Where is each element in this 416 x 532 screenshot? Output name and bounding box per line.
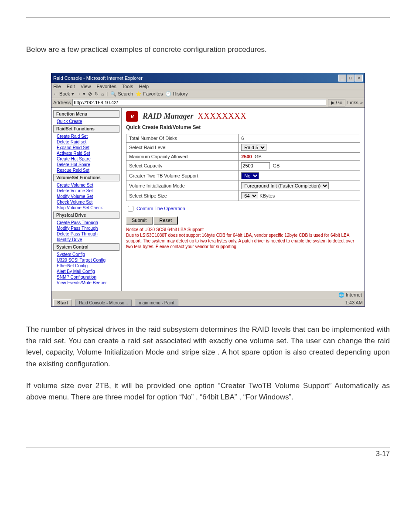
address-label: Address — [53, 100, 71, 105]
favorites-button[interactable]: ⭐ Favorites — [136, 91, 163, 97]
body-paragraph-1: The number of physical drives in the rai… — [26, 324, 390, 370]
sidebar-u320-config[interactable]: U320 SCSI Target Config — [51, 257, 121, 263]
brand-text: RAID Manager — [143, 112, 194, 121]
max-cap-unit: GB — [255, 154, 262, 159]
max-cap-value: 2500 — [241, 154, 252, 159]
confirm-checkbox[interactable] — [128, 206, 133, 211]
sidebar-create-raid-set[interactable]: Create Raid Set — [51, 133, 121, 139]
go-button[interactable]: ▶ Go — [328, 99, 345, 106]
body-paragraph-2: If volume size over 2TB, it will be prov… — [26, 380, 390, 403]
menu-file[interactable]: File — [53, 84, 61, 89]
notice-title: Notice of U320 SCSI 64bit LBA Support: — [126, 227, 204, 232]
stripe-label: Select Stripe Size — [126, 191, 239, 201]
addressbar: Address ▶ Go Links » — [51, 98, 365, 108]
sidebar: Function Menu Quick Create RaidSet Funct… — [51, 108, 122, 291]
function-menu-header: Function Menu — [53, 110, 119, 118]
stop-icon[interactable]: ⊘ — [88, 91, 92, 97]
search-button[interactable]: 🔍 Search — [110, 91, 133, 97]
sidebar-create-hot-spare[interactable]: Create Hot Spare — [51, 156, 121, 162]
sidebar-stop-volume-check[interactable]: Stop Volume Set Check — [51, 205, 121, 211]
menubar: File Edit View Favorites Tools Help — [51, 83, 365, 90]
page-footer: 3-17 — [26, 447, 390, 458]
top-rule — [26, 17, 390, 18]
close-button[interactable]: × — [355, 75, 363, 82]
sidebar-rescue-raid-set[interactable]: Rescue Raid Set — [51, 167, 121, 173]
total-disks-label: Total Number Of Disks — [126, 134, 239, 142]
screenshot-container: Raid Console - Microsoft Internet Explor… — [51, 73, 365, 307]
physical-drive-header: Physical Drive — [53, 211, 119, 219]
taskbar: Start Raid Console - Microso... main men… — [51, 299, 365, 306]
sidebar-delete-raid-set[interactable]: Delete Raid set — [51, 139, 121, 145]
submit-button[interactable]: Submit — [126, 216, 152, 224]
address-input[interactable] — [72, 99, 326, 106]
sel-cap-input[interactable] — [241, 162, 270, 169]
notice-block: Notice of U320 SCSI 64bit LBA Support: D… — [126, 227, 360, 249]
menu-help[interactable]: Help — [139, 84, 149, 89]
sel-cap-unit: GB — [273, 163, 280, 168]
status-zone: Internet — [346, 292, 362, 297]
sidebar-delete-pass-through[interactable]: Delete Pass Through — [51, 231, 121, 237]
go-label: Go — [336, 100, 343, 105]
raid-level-label: Select Raid Level — [126, 142, 239, 152]
brand-name: RAID — [143, 112, 164, 120]
sidebar-modify-pass-through[interactable]: Modify Pass Through — [51, 225, 121, 231]
window-title: Raid Console - Microsoft Internet Explor… — [53, 75, 143, 81]
raid-level-select[interactable]: Raid 5 — [241, 144, 266, 151]
sidebar-delete-volume-set[interactable]: Delete Volume Set — [51, 188, 121, 194]
task-raid-console[interactable]: Raid Console - Microso... — [75, 300, 132, 306]
confirm-label: Confirm The Operation — [136, 206, 185, 211]
intro-paragraph: Below are a few practical examples of co… — [26, 44, 390, 55]
brand-row: R RAID Manager XXXXXXXX — [126, 111, 360, 122]
taskbar-clock: 1:43 AM — [345, 300, 363, 305]
max-cap-label: Maximum Capacity Allowed — [126, 152, 239, 160]
back-button[interactable]: ← Back ▾ — [53, 91, 74, 97]
sidebar-alert-mail-config[interactable]: Alert By Mail Config — [51, 269, 121, 274]
sidebar-snmp-config[interactable]: SNMP Configuration — [51, 274, 121, 280]
confirm-row: Confirm The Operation — [126, 205, 360, 213]
forward-button[interactable]: → ▾ — [77, 91, 85, 97]
main-pane: R RAID Manager XXXXXXXX Quick Create Rai… — [122, 108, 365, 291]
system-control-header: System Control — [53, 243, 119, 251]
sidebar-system-config[interactable]: System Config — [51, 252, 121, 257]
page-number: 3-17 — [376, 450, 390, 457]
minimize-button[interactable]: _ — [338, 75, 346, 82]
brand-logo-icon: R — [126, 111, 138, 122]
sidebar-view-events[interactable]: View Events/Mute Beeper — [51, 280, 121, 286]
gt2tb-label: Greater Two TB Volume Support — [126, 171, 239, 181]
brand-mgr: Manager — [164, 112, 194, 120]
sidebar-delete-hot-spare[interactable]: Delete Hot Spare — [51, 162, 121, 167]
maximize-button[interactable]: □ — [347, 75, 355, 82]
sidebar-check-volume-set[interactable]: Check Volume Set — [51, 199, 121, 205]
sidebar-activate-raid-set[interactable]: Activate Raid Set — [51, 150, 121, 156]
reset-button[interactable]: Reset — [153, 216, 177, 224]
back-label: Back — [59, 91, 70, 96]
taskbar-left: Start Raid Console - Microso... main men… — [53, 300, 178, 305]
notice-body: Due to LSI53C1030T does not support 16by… — [126, 233, 354, 249]
stripe-select[interactable]: 64 — [241, 192, 258, 199]
sidebar-create-pass-through[interactable]: Create Pass Through — [51, 220, 121, 225]
menu-edit[interactable]: Edit — [67, 84, 75, 89]
sidebar-expand-raid-set[interactable]: Expand Raid Set — [51, 145, 121, 150]
sidebar-modify-volume-set[interactable]: Modify Volume Set — [51, 194, 121, 199]
ie-body: Function Menu Quick Create RaidSet Funct… — [51, 108, 365, 291]
start-button[interactable]: Start — [53, 299, 72, 306]
sidebar-ethernet-config[interactable]: EtherNet Config — [51, 263, 121, 269]
task-paint[interactable]: main menu - Paint — [135, 300, 178, 306]
history-button[interactable]: 🕘 History — [165, 91, 188, 97]
gt2tb-select[interactable]: No — [241, 172, 259, 179]
fav-label: Favorites — [143, 91, 163, 96]
brand-model: XXXXXXXX — [198, 112, 247, 121]
init-mode-select[interactable]: Foreground Init (Faster Completion) — [241, 182, 329, 189]
menu-view[interactable]: View — [81, 84, 91, 89]
home-icon[interactable]: ⌂ — [101, 91, 104, 96]
sidebar-quick-create[interactable]: Quick Create — [51, 119, 121, 124]
sidebar-create-volume-set[interactable]: Create Volume Set — [51, 182, 121, 188]
menu-favorites[interactable]: Favorites — [97, 84, 116, 89]
hist-label: History — [173, 91, 188, 96]
search-label: Search — [118, 91, 133, 96]
links-label[interactable]: Links — [347, 100, 358, 105]
menu-tools[interactable]: Tools — [122, 84, 133, 89]
statusbar: 🌐 Internet — [51, 291, 365, 299]
sidebar-identify-drive[interactable]: Identify Drive — [51, 237, 121, 242]
refresh-icon[interactable]: ↻ — [95, 91, 99, 97]
